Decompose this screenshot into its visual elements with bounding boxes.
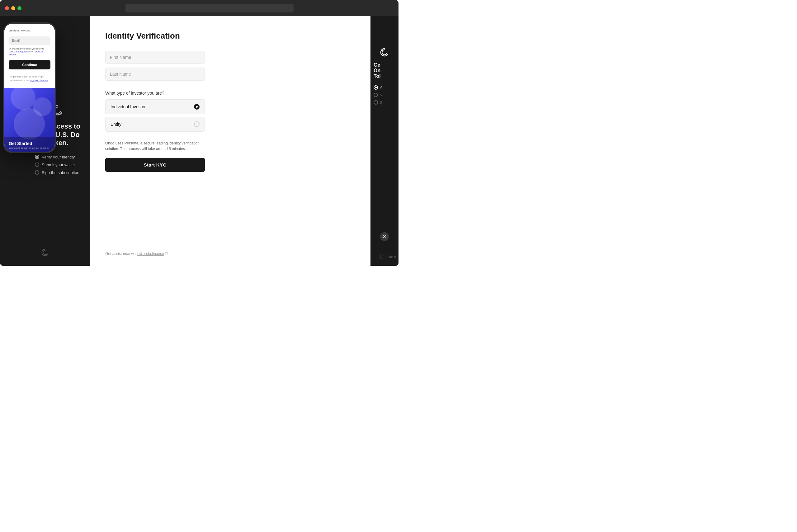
ondo-brand: Ondo [379,254,396,260]
page-title: Identity Verification [105,31,356,41]
step-3-radio [35,170,39,175]
step-1-radio [35,155,39,159]
start-kyc-button[interactable]: Start KYC [105,158,205,172]
first-name-input[interactable] [105,51,205,64]
right-step-2-label: S [380,93,382,97]
entity-radio [194,121,200,127]
browser-chrome [0,0,398,16]
graphic-circle-1 [11,88,36,110]
phone-policy-text: By providing your email you agree to Ond… [9,47,51,56]
phone-get-started-title: Get Started [9,141,51,146]
phone-get-started: Get Started your email to sign in to you… [4,137,55,152]
browser-content: create a new one. By providing your emai… [0,16,398,266]
close-traffic-light[interactable] [5,6,9,10]
right-step-3: S [374,100,395,104]
phone-footer: Forgot your email or need help? Get assi… [4,72,55,86]
left-steps-list: Verify your identity Submit your wallet … [35,155,80,175]
left-step-1: Verify your identity [35,155,80,159]
minimize-traffic-light[interactable] [11,6,15,10]
ondo-brand-text: Ondo [385,255,396,259]
right-step-1-radio [374,85,378,90]
step-2-label: Submit your wallet [42,163,75,167]
individual-investor-option[interactable]: Individual Investor [105,99,205,114]
right-panel-logo [380,47,390,58]
step-3-label: Sign the subscription [42,170,79,175]
maximize-traffic-light[interactable] [17,6,21,10]
phone-email-input[interactable] [9,36,51,45]
right-step-3-radio [374,100,378,104]
left-panel-bottom-logo [41,248,50,259]
assistance-email-link[interactable]: ir@ondo.finance [137,251,164,256]
right-step-1-label: V [380,86,382,89]
last-name-field [105,68,205,81]
phone-screen: create a new one. By providing your emai… [4,24,55,152]
phone-forgot-text: Forgot your email or need help? [9,75,51,79]
phone-help-text: Get assistance via ir@ondo.finance [9,79,51,82]
investor-type-label: What type of investor you are? [105,91,356,96]
phone-continue-button[interactable]: Continue [9,60,51,70]
main-white-panel: Identity Verification What type of inves… [90,16,371,266]
right-dark-panel: GeOnTol V S S ✕ [371,16,398,266]
right-step-2-radio [374,93,378,97]
phone-header: create a new one. By providing your emai… [4,24,55,72]
right-step-1: V [374,85,395,90]
entity-option[interactable]: Entity [105,117,205,132]
right-panel-steps: V S S [374,85,395,104]
step-2-radio [35,163,39,167]
mobile-phone: create a new one. By providing your emai… [3,22,56,153]
first-name-field [105,51,205,64]
phone-help-email[interactable]: ir@ondo.finance [30,79,48,82]
right-panel-text: GeOnTol [374,62,395,79]
right-step-3-label: S [380,101,382,104]
left-step-2: Submit your wallet [35,163,80,167]
phone-body-text: create a new one. [9,28,51,33]
modal-close-button[interactable]: ✕ [380,232,389,241]
left-step-3: Sign the subscription [35,170,80,175]
phone-bottom-graphic: Get Started your email to sign in to you… [4,88,55,152]
last-name-input[interactable] [105,68,205,81]
step-1-label: Verify your identity [42,155,75,159]
address-bar[interactable] [126,4,293,13]
persona-notice: Ondo uses Persona, a secure leading iden… [105,140,205,152]
individual-investor-radio [194,104,200,110]
right-step-2: S [374,93,395,97]
phone-get-started-subtitle: your email to sign in to your account [9,147,51,149]
individual-investor-label: Individual Investor [111,104,146,109]
persona-link[interactable]: Persona [124,141,138,145]
graphic-circle-3 [14,108,45,139]
assistance-text: Get assistance via ir@ondo.finance © [105,239,356,256]
left-dark-panel: create a new one. By providing your emai… [0,16,90,266]
traffic-lights [5,6,21,10]
phone-privacy-link[interactable]: Ondo's Privacy Policy [9,51,30,53]
entity-label: Entity [111,122,121,127]
